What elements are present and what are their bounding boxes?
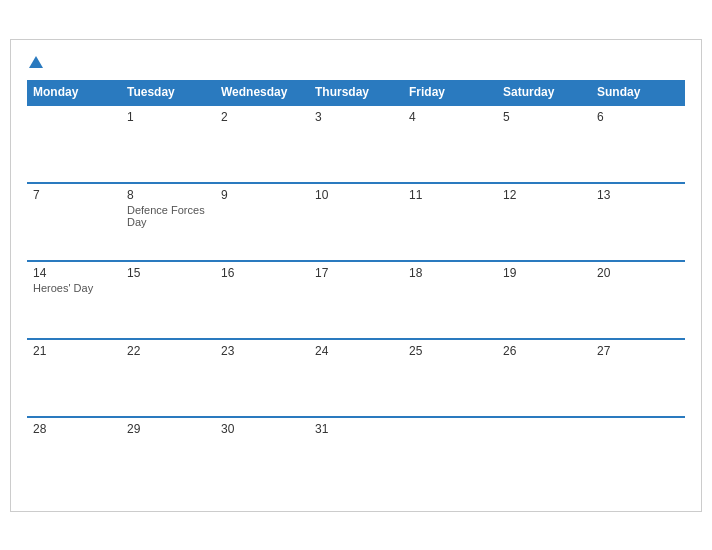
calendar-body: 12345678Defence Forces Day91011121314Her… (27, 105, 685, 495)
calendar-day-cell: 19 (497, 261, 591, 339)
calendar-day-cell: 22 (121, 339, 215, 417)
weekday-header-saturday: Saturday (497, 80, 591, 105)
day-number: 4 (409, 110, 491, 124)
calendar-day-cell (403, 417, 497, 495)
day-number: 24 (315, 344, 397, 358)
day-number: 6 (597, 110, 679, 124)
calendar-container: MondayTuesdayWednesdayThursdayFridaySatu… (10, 39, 702, 512)
calendar-day-cell: 5 (497, 105, 591, 183)
calendar-day-cell: 24 (309, 339, 403, 417)
calendar-day-cell: 23 (215, 339, 309, 417)
day-number: 29 (127, 422, 209, 436)
day-number: 8 (127, 188, 209, 202)
calendar-grid: MondayTuesdayWednesdayThursdayFridaySatu… (27, 80, 685, 495)
day-number: 17 (315, 266, 397, 280)
calendar-day-cell: 14Heroes' Day (27, 261, 121, 339)
calendar-thead: MondayTuesdayWednesdayThursdayFridaySatu… (27, 80, 685, 105)
day-number: 11 (409, 188, 491, 202)
calendar-day-cell (497, 417, 591, 495)
calendar-day-cell: 31 (309, 417, 403, 495)
calendar-day-cell (27, 105, 121, 183)
day-number: 12 (503, 188, 585, 202)
day-number: 22 (127, 344, 209, 358)
day-number: 21 (33, 344, 115, 358)
day-number: 5 (503, 110, 585, 124)
day-number: 18 (409, 266, 491, 280)
day-number: 19 (503, 266, 585, 280)
calendar-week-row: 123456 (27, 105, 685, 183)
calendar-day-cell: 2 (215, 105, 309, 183)
holiday-name: Defence Forces Day (127, 204, 209, 228)
day-number: 23 (221, 344, 303, 358)
weekday-header-friday: Friday (403, 80, 497, 105)
holiday-name: Heroes' Day (33, 282, 115, 294)
calendar-day-cell: 10 (309, 183, 403, 261)
calendar-day-cell: 18 (403, 261, 497, 339)
day-number: 27 (597, 344, 679, 358)
day-number: 15 (127, 266, 209, 280)
day-number: 30 (221, 422, 303, 436)
calendar-day-cell: 9 (215, 183, 309, 261)
day-number: 31 (315, 422, 397, 436)
calendar-day-cell: 25 (403, 339, 497, 417)
calendar-day-cell: 6 (591, 105, 685, 183)
calendar-day-cell: 15 (121, 261, 215, 339)
day-number: 3 (315, 110, 397, 124)
weekday-header-monday: Monday (27, 80, 121, 105)
day-number: 2 (221, 110, 303, 124)
calendar-day-cell: 29 (121, 417, 215, 495)
logo (27, 56, 43, 68)
calendar-week-row: 21222324252627 (27, 339, 685, 417)
day-number: 28 (33, 422, 115, 436)
weekday-header-row: MondayTuesdayWednesdayThursdayFridaySatu… (27, 80, 685, 105)
day-number: 25 (409, 344, 491, 358)
calendar-week-row: 14Heroes' Day151617181920 (27, 261, 685, 339)
day-number: 10 (315, 188, 397, 202)
calendar-day-cell: 17 (309, 261, 403, 339)
day-number: 13 (597, 188, 679, 202)
calendar-day-cell: 1 (121, 105, 215, 183)
calendar-day-cell: 7 (27, 183, 121, 261)
day-number: 7 (33, 188, 115, 202)
calendar-header (27, 56, 685, 68)
day-number: 20 (597, 266, 679, 280)
weekday-header-sunday: Sunday (591, 80, 685, 105)
day-number: 26 (503, 344, 585, 358)
calendar-day-cell: 27 (591, 339, 685, 417)
calendar-day-cell: 28 (27, 417, 121, 495)
calendar-day-cell: 8Defence Forces Day (121, 183, 215, 261)
calendar-day-cell: 12 (497, 183, 591, 261)
calendar-day-cell: 4 (403, 105, 497, 183)
weekday-header-tuesday: Tuesday (121, 80, 215, 105)
day-number: 16 (221, 266, 303, 280)
calendar-day-cell: 3 (309, 105, 403, 183)
calendar-day-cell: 26 (497, 339, 591, 417)
day-number: 9 (221, 188, 303, 202)
day-number: 14 (33, 266, 115, 280)
calendar-day-cell: 16 (215, 261, 309, 339)
calendar-day-cell: 21 (27, 339, 121, 417)
calendar-day-cell: 11 (403, 183, 497, 261)
calendar-day-cell: 20 (591, 261, 685, 339)
day-number: 1 (127, 110, 209, 124)
calendar-week-row: 28293031 (27, 417, 685, 495)
logo-triangle-icon (29, 56, 43, 68)
weekday-header-wednesday: Wednesday (215, 80, 309, 105)
calendar-week-row: 78Defence Forces Day910111213 (27, 183, 685, 261)
calendar-day-cell (591, 417, 685, 495)
weekday-header-thursday: Thursday (309, 80, 403, 105)
calendar-day-cell: 30 (215, 417, 309, 495)
calendar-day-cell: 13 (591, 183, 685, 261)
